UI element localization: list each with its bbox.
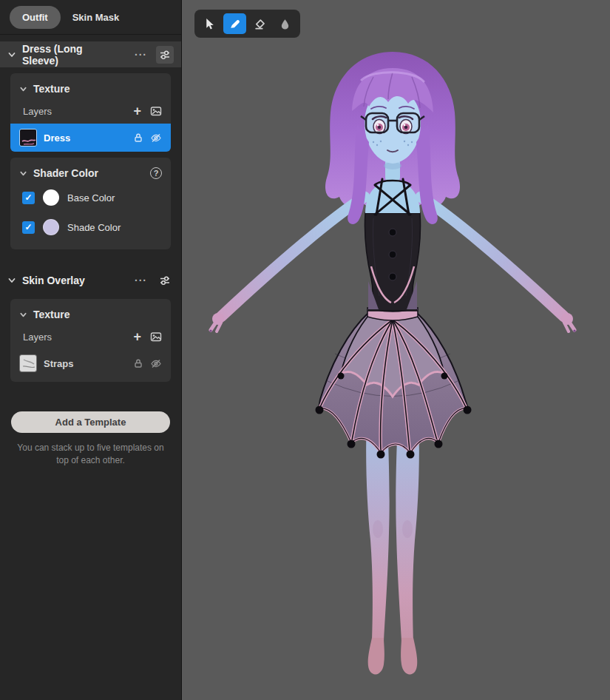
import-image-icon[interactable] xyxy=(150,105,162,117)
skin-texture-panel: Texture Layers + xyxy=(10,299,171,382)
droplet-icon xyxy=(279,18,291,30)
character-model xyxy=(183,0,610,700)
layers-label: Layers xyxy=(23,332,52,343)
chevron-down-icon xyxy=(7,276,16,285)
add-layer-button[interactable]: + xyxy=(133,106,141,116)
paint-toolbar xyxy=(194,10,300,38)
shade-color-row: ✓ Shade Color xyxy=(10,212,171,242)
chevron-down-icon xyxy=(19,311,27,319)
more-icon[interactable]: ··· xyxy=(132,47,150,62)
eye-off-icon[interactable] xyxy=(150,358,162,369)
dress-layers-row: Layers + xyxy=(10,98,171,124)
tab-skin-mask[interactable]: Skin Mask xyxy=(62,6,130,29)
base-color-swatch[interactable] xyxy=(43,189,59,206)
skin-overlay-header[interactable]: Skin Overlay ··· xyxy=(0,267,181,293)
help-icon[interactable]: ? xyxy=(150,167,162,179)
layer-row-straps[interactable]: Straps xyxy=(10,349,171,377)
cursor-icon xyxy=(203,18,216,30)
select-tool-button[interactable] xyxy=(198,13,221,34)
dress-section-header[interactable]: Dress (Long Sleeve) ··· xyxy=(0,41,181,67)
skin-layers-row: Layers + xyxy=(10,324,171,349)
base-color-row: ✓ Base Color xyxy=(10,183,171,212)
sliders-icon[interactable] xyxy=(156,272,174,289)
shader-color-header[interactable]: Shader Color ? xyxy=(10,158,171,183)
dress-texture-header[interactable]: Texture xyxy=(10,73,171,98)
shade-color-checkbox[interactable]: ✓ xyxy=(22,221,35,234)
shade-color-swatch[interactable] xyxy=(43,219,59,235)
shade-color-label: Shade Color xyxy=(67,222,121,233)
base-color-checkbox[interactable]: ✓ xyxy=(22,192,35,204)
add-layer-button[interactable]: + xyxy=(133,332,141,342)
chevron-down-icon xyxy=(19,169,27,178)
blur-tool-button[interactable] xyxy=(274,13,296,34)
canvas-viewport[interactable] xyxy=(183,0,610,700)
shader-color-title: Shader Color xyxy=(33,167,98,179)
base-color-label: Base Color xyxy=(67,192,115,203)
add-template-button[interactable]: Add a Template xyxy=(11,411,170,433)
chevron-down-icon xyxy=(7,50,16,59)
eraser-icon xyxy=(254,18,266,30)
layer-name: Dress xyxy=(44,132,70,144)
lock-icon[interactable] xyxy=(133,132,143,143)
sliders-icon[interactable] xyxy=(156,46,174,64)
brush-icon xyxy=(228,18,241,30)
shader-color-panel: Shader Color ? ✓ Base Color ✓ Shade Colo… xyxy=(10,158,171,249)
layers-label: Layers xyxy=(23,106,52,117)
erase-tool-button[interactable] xyxy=(248,13,271,34)
chevron-down-icon xyxy=(19,85,27,93)
dress-texture-panel: Texture Layers + xyxy=(10,73,171,152)
layer-name: Straps xyxy=(44,358,73,369)
template-hint: You can stack up to five templates on to… xyxy=(12,442,169,468)
texture-title: Texture xyxy=(33,83,70,95)
skin-overlay-title: Skin Overlay xyxy=(22,275,85,286)
layer-row-dress[interactable]: Dress xyxy=(10,124,171,152)
tab-bar: Outfit Skin Mask xyxy=(0,0,181,35)
paint-tool-button[interactable] xyxy=(223,13,246,34)
app-window: Outfit Skin Mask Dress (Long Sleeve) ··· xyxy=(0,0,610,700)
layer-thumbnail-straps xyxy=(19,354,37,372)
import-image-icon[interactable] xyxy=(150,331,162,343)
tab-outfit[interactable]: Outfit xyxy=(10,6,61,29)
lock-icon[interactable] xyxy=(133,358,143,368)
skin-texture-header[interactable]: Texture xyxy=(10,299,171,324)
dress-section-title: Dress (Long Sleeve) xyxy=(22,43,120,67)
eye-off-icon[interactable] xyxy=(150,132,162,144)
more-icon[interactable]: ··· xyxy=(132,273,150,288)
texture-title: Texture xyxy=(33,309,70,320)
sidebar: Outfit Skin Mask Dress (Long Sleeve) ··· xyxy=(0,0,182,700)
layer-thumbnail-dress xyxy=(19,129,37,147)
